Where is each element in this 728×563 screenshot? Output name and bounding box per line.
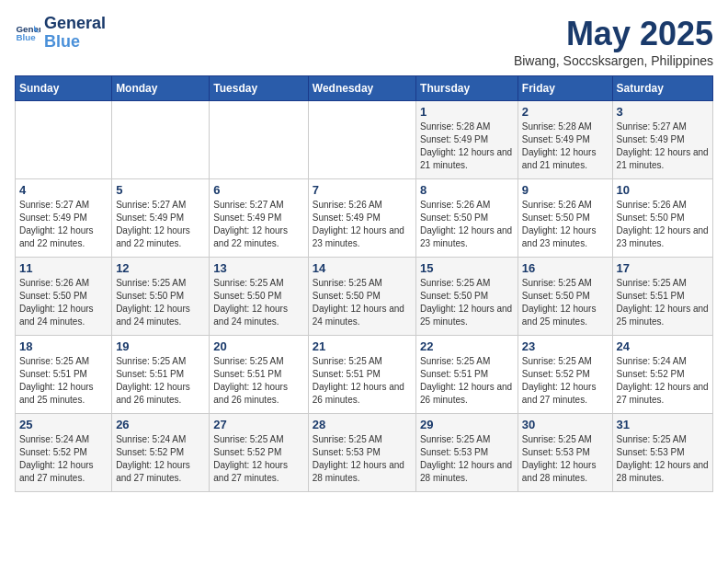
day-number: 8 xyxy=(420,183,514,197)
day-info: Sunrise: 5:25 AM Sunset: 5:53 PM Dayligh… xyxy=(617,433,709,485)
day-info: Sunrise: 5:24 AM Sunset: 5:52 PM Dayligh… xyxy=(116,433,205,485)
calendar-cell: 6 Sunrise: 5:27 AM Sunset: 5:49 PM Dayli… xyxy=(210,179,308,258)
day-info: Sunrise: 5:25 AM Sunset: 5:53 PM Dayligh… xyxy=(522,433,609,485)
day-number: 1 xyxy=(420,105,514,119)
day-number: 30 xyxy=(522,418,609,431)
day-number: 22 xyxy=(420,339,514,353)
day-number: 23 xyxy=(522,339,609,353)
day-number: 17 xyxy=(617,261,709,275)
day-number: 2 xyxy=(522,105,609,119)
day-info: Sunrise: 5:27 AM Sunset: 5:49 PM Dayligh… xyxy=(19,199,108,250)
day-info: Sunrise: 5:26 AM Sunset: 5:50 PM Dayligh… xyxy=(19,277,108,328)
calendar-cell: 14 Sunrise: 5:25 AM Sunset: 5:50 PM Dayl… xyxy=(308,258,415,336)
day-info: Sunrise: 5:25 AM Sunset: 5:51 PM Dayligh… xyxy=(19,355,108,407)
day-info: Sunrise: 5:24 AM Sunset: 5:52 PM Dayligh… xyxy=(617,355,709,407)
week-row-4: 18 Sunrise: 5:25 AM Sunset: 5:51 PM Dayl… xyxy=(16,336,713,414)
calendar-cell: 10 Sunrise: 5:26 AM Sunset: 5:50 PM Dayl… xyxy=(612,179,712,258)
day-info: Sunrise: 5:26 AM Sunset: 5:49 PM Dayligh… xyxy=(313,199,412,250)
header: General Blue General Blue May 2025 Biwan… xyxy=(15,15,713,68)
calendar-cell: 20 Sunrise: 5:25 AM Sunset: 5:51 PM Dayl… xyxy=(210,336,308,414)
calendar-cell: 5 Sunrise: 5:27 AM Sunset: 5:49 PM Dayli… xyxy=(112,179,210,258)
calendar-cell xyxy=(112,101,210,179)
day-number: 6 xyxy=(213,183,303,197)
calendar-cell xyxy=(16,101,112,179)
calendar-cell: 19 Sunrise: 5:25 AM Sunset: 5:51 PM Dayl… xyxy=(112,336,210,414)
day-number: 18 xyxy=(19,339,108,353)
day-info: Sunrise: 5:25 AM Sunset: 5:50 PM Dayligh… xyxy=(213,277,303,328)
day-number: 9 xyxy=(522,183,609,197)
day-info: Sunrise: 5:25 AM Sunset: 5:53 PM Dayligh… xyxy=(420,433,514,485)
calendar-cell: 31 Sunrise: 5:25 AM Sunset: 5:53 PM Dayl… xyxy=(612,414,712,492)
day-info: Sunrise: 5:27 AM Sunset: 5:49 PM Dayligh… xyxy=(116,199,205,250)
header-day-tuesday: Tuesday xyxy=(210,76,308,101)
header-day-wednesday: Wednesday xyxy=(308,76,415,101)
calendar-cell: 25 Sunrise: 5:24 AM Sunset: 5:52 PM Dayl… xyxy=(16,414,112,492)
calendar-cell: 11 Sunrise: 5:26 AM Sunset: 5:50 PM Dayl… xyxy=(16,258,112,336)
header-day-saturday: Saturday xyxy=(612,76,712,101)
day-info: Sunrise: 5:27 AM Sunset: 5:49 PM Dayligh… xyxy=(213,199,303,250)
day-number: 11 xyxy=(19,261,108,275)
day-number: 12 xyxy=(116,261,205,275)
day-number: 16 xyxy=(522,261,609,275)
day-number: 21 xyxy=(313,339,412,353)
day-info: Sunrise: 5:26 AM Sunset: 5:50 PM Dayligh… xyxy=(522,199,609,250)
week-row-2: 4 Sunrise: 5:27 AM Sunset: 5:49 PM Dayli… xyxy=(16,179,713,258)
calendar-cell: 23 Sunrise: 5:25 AM Sunset: 5:52 PM Dayl… xyxy=(518,336,612,414)
calendar-cell: 4 Sunrise: 5:27 AM Sunset: 5:49 PM Dayli… xyxy=(16,179,112,258)
header-day-sunday: Sunday xyxy=(16,76,112,101)
day-number: 14 xyxy=(313,261,412,275)
calendar-cell: 17 Sunrise: 5:25 AM Sunset: 5:51 PM Dayl… xyxy=(612,258,712,336)
calendar-cell: 27 Sunrise: 5:25 AM Sunset: 5:52 PM Dayl… xyxy=(210,414,308,492)
day-info: Sunrise: 5:25 AM Sunset: 5:50 PM Dayligh… xyxy=(522,277,609,328)
day-info: Sunrise: 5:25 AM Sunset: 5:52 PM Dayligh… xyxy=(522,355,609,407)
day-number: 15 xyxy=(420,261,514,275)
calendar-cell: 24 Sunrise: 5:24 AM Sunset: 5:52 PM Dayl… xyxy=(612,336,712,414)
logo-icon: General Blue xyxy=(15,20,40,46)
calendar-cell: 21 Sunrise: 5:25 AM Sunset: 5:51 PM Dayl… xyxy=(308,336,415,414)
day-info: Sunrise: 5:26 AM Sunset: 5:50 PM Dayligh… xyxy=(420,199,514,250)
day-number: 24 xyxy=(617,339,709,353)
week-row-3: 11 Sunrise: 5:26 AM Sunset: 5:50 PM Dayl… xyxy=(16,258,713,336)
day-number: 26 xyxy=(116,418,205,431)
day-info: Sunrise: 5:25 AM Sunset: 5:53 PM Dayligh… xyxy=(313,433,412,485)
calendar-cell: 13 Sunrise: 5:25 AM Sunset: 5:50 PM Dayl… xyxy=(210,258,308,336)
title-block: May 2025 Biwang, Soccsksargen, Philippin… xyxy=(514,15,713,68)
day-number: 5 xyxy=(116,183,205,197)
day-number: 28 xyxy=(313,418,412,431)
header-row: SundayMondayTuesdayWednesdayThursdayFrid… xyxy=(16,76,713,101)
day-info: Sunrise: 5:26 AM Sunset: 5:50 PM Dayligh… xyxy=(617,199,709,250)
day-number: 20 xyxy=(213,339,303,353)
day-number: 25 xyxy=(19,418,108,431)
day-number: 31 xyxy=(617,418,709,431)
calendar-cell: 15 Sunrise: 5:25 AM Sunset: 5:50 PM Dayl… xyxy=(416,258,518,336)
day-info: Sunrise: 5:25 AM Sunset: 5:51 PM Dayligh… xyxy=(213,355,303,407)
day-number: 13 xyxy=(213,261,303,275)
week-row-1: 1 Sunrise: 5:28 AM Sunset: 5:49 PM Dayli… xyxy=(16,101,713,179)
calendar-cell: 30 Sunrise: 5:25 AM Sunset: 5:53 PM Dayl… xyxy=(518,414,612,492)
day-number: 3 xyxy=(617,105,709,119)
day-info: Sunrise: 5:25 AM Sunset: 5:51 PM Dayligh… xyxy=(420,355,514,407)
day-info: Sunrise: 5:27 AM Sunset: 5:49 PM Dayligh… xyxy=(617,121,709,172)
day-info: Sunrise: 5:25 AM Sunset: 5:50 PM Dayligh… xyxy=(116,277,205,328)
day-info: Sunrise: 5:25 AM Sunset: 5:51 PM Dayligh… xyxy=(617,277,709,328)
day-info: Sunrise: 5:28 AM Sunset: 5:49 PM Dayligh… xyxy=(522,121,609,172)
day-number: 10 xyxy=(617,183,709,197)
day-info: Sunrise: 5:28 AM Sunset: 5:49 PM Dayligh… xyxy=(420,121,514,172)
calendar-cell xyxy=(210,101,308,179)
calendar-cell: 9 Sunrise: 5:26 AM Sunset: 5:50 PM Dayli… xyxy=(518,179,612,258)
logo: General Blue General Blue xyxy=(15,15,106,52)
day-info: Sunrise: 5:25 AM Sunset: 5:51 PM Dayligh… xyxy=(313,355,412,407)
day-number: 29 xyxy=(420,418,514,431)
calendar-cell: 22 Sunrise: 5:25 AM Sunset: 5:51 PM Dayl… xyxy=(416,336,518,414)
calendar-cell: 16 Sunrise: 5:25 AM Sunset: 5:50 PM Dayl… xyxy=(518,258,612,336)
svg-text:Blue: Blue xyxy=(16,32,36,42)
day-info: Sunrise: 5:25 AM Sunset: 5:50 PM Dayligh… xyxy=(420,277,514,328)
day-info: Sunrise: 5:25 AM Sunset: 5:52 PM Dayligh… xyxy=(213,433,303,485)
day-number: 7 xyxy=(313,183,412,197)
calendar-cell: 18 Sunrise: 5:25 AM Sunset: 5:51 PM Dayl… xyxy=(16,336,112,414)
calendar-cell: 1 Sunrise: 5:28 AM Sunset: 5:49 PM Dayli… xyxy=(416,101,518,179)
calendar-cell: 3 Sunrise: 5:27 AM Sunset: 5:49 PM Dayli… xyxy=(612,101,712,179)
logo-text: General Blue xyxy=(44,15,106,52)
calendar-body: 1 Sunrise: 5:28 AM Sunset: 5:49 PM Dayli… xyxy=(16,101,713,492)
calendar-table: SundayMondayTuesdayWednesdayThursdayFrid… xyxy=(15,75,713,492)
